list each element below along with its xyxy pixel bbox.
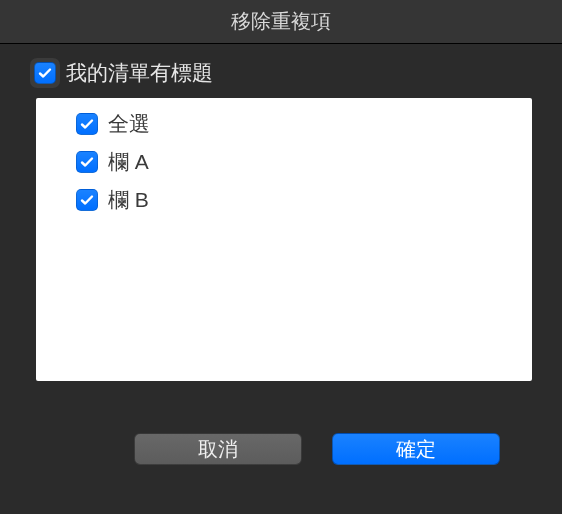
check-icon <box>37 65 53 81</box>
cancel-button[interactable]: 取消 <box>134 433 302 465</box>
list-item: 欄 A <box>76 148 532 176</box>
dialog-button-row: 取消 確定 <box>30 433 532 465</box>
columns-list-panel: 全選 欄 A 欄 B <box>36 98 532 381</box>
dialog-titlebar: 移除重複項 <box>0 0 562 44</box>
has-headers-checkbox[interactable] <box>34 62 56 84</box>
list-item-label: 欄 A <box>108 148 149 176</box>
column-checkbox[interactable] <box>76 151 98 173</box>
list-item: 欄 B <box>76 186 532 214</box>
header-option-row: 我的清單有標題 <box>30 58 532 88</box>
checkbox-highlight-wrap <box>30 58 60 88</box>
list-item-label: 欄 B <box>108 186 149 214</box>
list-item: 全選 <box>76 110 532 138</box>
check-icon <box>79 192 95 208</box>
select-all-checkbox[interactable] <box>76 113 98 135</box>
list-item-label: 全選 <box>108 110 150 138</box>
check-icon <box>79 154 95 170</box>
dialog-title: 移除重複項 <box>231 8 331 35</box>
has-headers-label: 我的清單有標題 <box>66 59 213 87</box>
column-checkbox[interactable] <box>76 189 98 211</box>
ok-button[interactable]: 確定 <box>332 433 500 465</box>
check-icon <box>79 116 95 132</box>
dialog-content: 我的清單有標題 全選 欄 A 欄 B 取消 確定 <box>0 44 562 465</box>
